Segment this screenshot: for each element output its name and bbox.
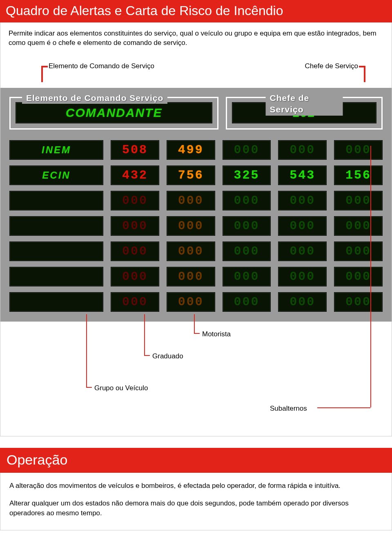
grid-cell-value: 000	[122, 243, 148, 260]
grid-cell: 000	[278, 216, 327, 236]
callout-chefe-servico: Chefe de Serviço	[305, 62, 358, 71]
section1-intro: Permite indicar aos elementos constituin…	[9, 29, 383, 48]
grid-cell: 000	[334, 292, 383, 312]
grid-cell: 000	[278, 241, 327, 261]
grid-row-label	[9, 267, 103, 286]
grid-cell: 432	[111, 165, 159, 185]
grid-cell-value: 499	[178, 142, 204, 159]
panel-top-row: Elemento de Comando Serviço COMANDANTE C…	[9, 97, 383, 130]
grid-cell: 000	[167, 241, 215, 261]
callout-subalternos: Subalternos	[270, 404, 307, 414]
grid-cell-value: 000	[178, 192, 204, 209]
grid-cell: 000	[111, 292, 159, 312]
grid-cell: 000	[334, 267, 383, 286]
section1-title: Quadro de Alertas e Carta de Risco de In…	[6, 3, 283, 18]
grid-cell-value: 432	[122, 167, 148, 184]
grid-cell: 000	[167, 292, 215, 312]
grid-cell: 000	[167, 216, 215, 236]
grid-cell-value: 000	[178, 243, 204, 260]
grid-row-label	[9, 191, 103, 210]
grid-cell-value: 543	[290, 167, 315, 184]
grid-cell-value: 000	[290, 218, 315, 235]
panel-grid: INEM508499000000000ECIN43275632554315600…	[9, 140, 383, 312]
grid-cell-value: 000	[122, 294, 148, 311]
grid-cell: 000	[111, 216, 159, 236]
grid-cell: 000	[223, 191, 271, 210]
callout-grupo-veiculo: Grupo ou Veículo	[94, 384, 148, 393]
grid-cell: 000	[223, 292, 271, 312]
grid-cell: 499	[167, 140, 215, 160]
grid-cell-value: 000	[290, 192, 315, 209]
grid-cell-value: 000	[122, 192, 148, 209]
grid-cell-value: 156	[345, 167, 371, 184]
grid-cell-value: 000	[234, 294, 259, 311]
grid-cell: 000	[111, 191, 159, 210]
grid-cell-value: 000	[345, 142, 371, 159]
grid-cell: 000	[223, 216, 271, 236]
grid-cell: 000	[278, 292, 327, 312]
grid-cell-value: 000	[345, 243, 371, 260]
grid-row-label	[9, 241, 103, 261]
grid-cell-value: 000	[290, 142, 315, 159]
grid-cell-value: 000	[290, 294, 315, 311]
alert-panel: Elemento de Comando Serviço COMANDANTE C…	[0, 88, 392, 322]
grid-row-label: INEM	[9, 140, 103, 160]
grid-cell-value: 000	[234, 218, 259, 235]
grid-cell: 000	[278, 140, 327, 160]
grid-cell-value: 000	[234, 192, 259, 209]
callout-elemento-comando-text: Elemento de Comando de Serviço	[49, 62, 154, 70]
section2-header: Operação	[0, 448, 392, 473]
grid-cell-value: 000	[122, 218, 148, 235]
section1-header: Quadro de Alertas e Carta de Risco de In…	[0, 0, 392, 22]
section2-p2: Alterar qualquer um dos estados não demo…	[9, 499, 383, 519]
grid-row-label: ECIN	[9, 165, 103, 185]
grid-cell-value: 000	[345, 218, 371, 235]
grid-cell-value: 325	[234, 167, 259, 184]
grid-cell: 000	[334, 241, 383, 261]
grid-cell-value: 000	[290, 268, 315, 285]
top-callouts: Elemento de Comando de Serviço Chefe de …	[9, 62, 383, 88]
grid-cell-value: 508	[122, 142, 148, 159]
grid-cell: 000	[278, 267, 327, 286]
grid-cell-value: 000	[345, 192, 371, 209]
section2-title: Operação	[7, 452, 67, 467]
grid-row-label	[9, 292, 103, 312]
callout-graduado: Graduado	[152, 352, 183, 361]
grid-cell-value: 000	[234, 243, 259, 260]
grid-cell-value: 000	[345, 294, 371, 311]
grid-cell: 000	[334, 191, 383, 210]
grid-cell-value: 000	[178, 294, 204, 311]
grid-cell: 000	[223, 140, 271, 160]
grid-cell: 000	[278, 191, 327, 210]
section1-body: Permite indicar aos elementos constituin…	[0, 22, 392, 436]
callout-elemento-comando: Elemento de Comando de Serviço	[49, 62, 154, 71]
grid-cell: 000	[167, 191, 215, 210]
grid-row-label-text: INEM	[42, 143, 71, 157]
grid-cell: 000	[167, 267, 215, 286]
section2-p1: A alteração dos movimentos de veículos e…	[9, 481, 383, 491]
grid-cell-value: 000	[178, 218, 204, 235]
grid-cell-value: 000	[345, 268, 371, 285]
lower-callouts: Motorista Graduado Grupo ou Veículo Suba…	[9, 322, 383, 428]
grid-cell: 325	[223, 165, 271, 185]
grid-cell: 543	[278, 165, 327, 185]
grid-cell: 000	[111, 267, 159, 286]
callout-motorista: Motorista	[202, 330, 231, 339]
grid-row-label-text: ECIN	[42, 169, 70, 182]
legend-chefe-servico-title: Chefe de Serviço	[266, 92, 343, 116]
grid-cell: 000	[223, 241, 271, 261]
section2-body: A alteração dos movimentos de veículos e…	[0, 473, 392, 530]
grid-cell: 156	[334, 165, 383, 185]
grid-cell-value: 000	[290, 243, 315, 260]
grid-cell-value: 000	[234, 142, 259, 159]
legend-chefe-servico: Chefe de Serviço 102	[226, 97, 383, 130]
legend-elemento-comando: Elemento de Comando Serviço COMANDANTE	[9, 97, 218, 130]
grid-cell: 000	[111, 241, 159, 261]
legend-elemento-comando-title: Elemento de Comando Serviço	[22, 92, 167, 104]
lcd-comandante-value: COMANDANTE	[66, 105, 163, 121]
grid-cell: 000	[223, 267, 271, 286]
grid-cell: 508	[111, 140, 159, 160]
grid-cell-value: 000	[234, 268, 259, 285]
grid-cell-value: 756	[178, 167, 204, 184]
grid-cell: 000	[334, 216, 383, 236]
